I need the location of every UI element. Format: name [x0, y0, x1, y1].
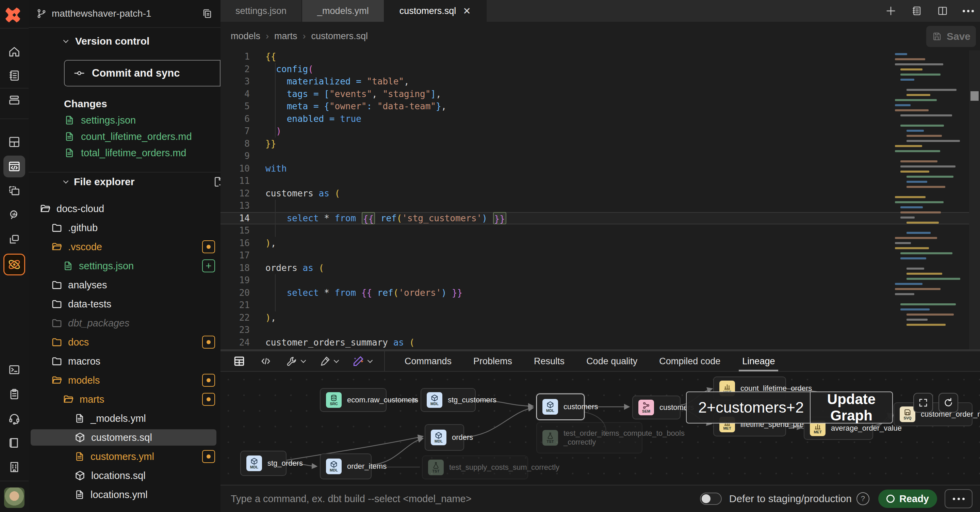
- lineage-node-orders-model[interactable]: MDLorders: [425, 424, 464, 451]
- scrollbar-thumb[interactable]: [970, 91, 978, 101]
- panel-tab-commands[interactable]: Commands: [394, 351, 463, 372]
- commit-and-sync-button[interactable]: Commit and sync: [64, 60, 243, 86]
- tree-item-customers.yml[interactable]: customers.yml: [29, 447, 221, 466]
- modified-badge[interactable]: [202, 336, 215, 349]
- lineage-node-ecom-raw-customers[interactable]: SRCecom.raw_customers: [320, 388, 387, 412]
- panel-tab-lineage[interactable]: Lineage: [731, 351, 786, 372]
- update-graph-button[interactable]: Update Graph: [811, 391, 892, 424]
- help-icon[interactable]: ?: [856, 492, 869, 505]
- code-line-12[interactable]: 12customers as (: [221, 187, 980, 200]
- save-button[interactable]: Save: [926, 26, 976, 47]
- ai-copilot-control[interactable]: [352, 355, 372, 368]
- lineage-node-customers-semantic[interactable]: SEMcustomers: [632, 396, 681, 419]
- changelog-icon[interactable]: [911, 5, 923, 17]
- panel-tab-problems[interactable]: Problems: [463, 351, 523, 372]
- notebook-icon[interactable]: [3, 65, 25, 86]
- terminal-icon[interactable]: [3, 359, 25, 381]
- tree-item-settings.json[interactable]: settings.json+: [29, 256, 221, 275]
- canvas-icon[interactable]: [3, 180, 25, 202]
- tree-item-data-tests[interactable]: data-tests: [29, 295, 221, 314]
- clipboard-icon[interactable]: [3, 383, 25, 405]
- tab-customers-sql[interactable]: customers.sql✕: [385, 0, 487, 22]
- code-line-2[interactable]: 2 config(: [221, 63, 980, 76]
- tree-item-.github[interactable]: .github: [29, 218, 221, 237]
- code-line-6[interactable]: 6 enabled = true: [221, 113, 980, 125]
- archive-icon[interactable]: [3, 89, 25, 111]
- tab-settings-json[interactable]: settings.json: [221, 0, 302, 22]
- panel-tab-results[interactable]: Results: [523, 351, 576, 372]
- modified-badge[interactable]: [202, 450, 215, 463]
- tree-item-_models.yml[interactable]: _models.yml: [29, 409, 221, 428]
- query-explorer-icon[interactable]: [3, 204, 25, 226]
- new-tab-icon[interactable]: [885, 5, 897, 17]
- tab-models-yml[interactable]: _models.yml: [302, 0, 385, 22]
- code-line-4[interactable]: 4 tags = ["events", "staging"],: [221, 88, 980, 100]
- modified-badge[interactable]: [202, 393, 215, 406]
- code-line-11[interactable]: 11: [221, 175, 980, 187]
- code-line-18[interactable]: 18orders as (: [221, 262, 980, 274]
- code-line-10[interactable]: 10with: [221, 163, 980, 175]
- compare-icon[interactable]: [3, 228, 25, 250]
- code-line-1[interactable]: 1{{: [221, 50, 980, 63]
- catalyst-atom-icon[interactable]: [3, 254, 25, 275]
- modified-badge[interactable]: [202, 240, 215, 253]
- dashboard-icon[interactable]: [3, 131, 25, 153]
- code-line-15[interactable]: 15: [221, 224, 980, 237]
- editor-scrollbar[interactable]: [969, 50, 980, 349]
- code-line-19[interactable]: 19: [221, 274, 980, 287]
- tree-item-dbt_packages[interactable]: dbt_packages: [29, 314, 221, 333]
- command-input[interactable]: Type a command, ex. dbt build --select <…: [231, 493, 700, 504]
- code-line-22[interactable]: 22),: [221, 311, 980, 324]
- code-line-3[interactable]: 3 materialized = "table",: [221, 75, 980, 88]
- tree-item-models[interactable]: models: [29, 371, 221, 390]
- home-icon[interactable]: [3, 41, 25, 63]
- build-tools-control[interactable]: [286, 355, 305, 367]
- tree-item-analyses[interactable]: analyses: [29, 275, 221, 295]
- fullscreen-button[interactable]: [913, 393, 933, 413]
- minimap[interactable]: [893, 53, 965, 346]
- lineage-node-customer-order-metrics[interactable]: SVQcustomer_order_metrics: [894, 402, 972, 426]
- code-line-7[interactable]: 7 ): [221, 125, 980, 137]
- tree-item-customers.sql[interactable]: customers.sql: [29, 428, 221, 447]
- compile-code-icon[interactable]: [259, 355, 272, 368]
- change-item-total_lifetime_orders.md[interactable]: total_lifetime_orders.md+: [64, 145, 243, 161]
- tree-item-marts[interactable]: marts: [29, 390, 221, 409]
- code-line-8[interactable]: 8}}: [221, 137, 980, 150]
- refresh-button[interactable]: [939, 393, 958, 413]
- modified-badge[interactable]: [202, 374, 215, 387]
- close-icon[interactable]: ✕: [463, 5, 471, 17]
- file-explorer-header[interactable]: File explorer: [64, 174, 243, 189]
- lineage-node-stg-orders[interactable]: MDLstg_orders: [240, 451, 286, 476]
- headset-icon[interactable]: [3, 407, 25, 429]
- code-line-16[interactable]: 16),: [221, 237, 980, 250]
- preview-table-icon[interactable]: [233, 355, 246, 368]
- change-item-count_lifetime_orders.md[interactable]: count_lifetime_orders.md+: [64, 129, 243, 144]
- panel-tab-compiled-code[interactable]: Compiled code: [648, 351, 731, 372]
- code-line-14[interactable]: 14 select * from {{ ref('stg_customers')…: [221, 212, 980, 225]
- code-line-24[interactable]: 24customer_orders_summary as (: [221, 337, 980, 349]
- lineage-node-order-items[interactable]: MDLorder_items: [320, 453, 372, 479]
- docs-book-icon[interactable]: [3, 432, 25, 454]
- lineage-node-stg-customers[interactable]: MDLstg_customers: [421, 388, 476, 412]
- tree-item-locations.yml[interactable]: locations.yml: [29, 485, 221, 504]
- version-control-header[interactable]: Version control: [64, 35, 150, 47]
- stage-file-button[interactable]: +: [202, 259, 215, 272]
- code-line-21[interactable]: 21: [221, 299, 980, 311]
- more-options-icon[interactable]: [963, 10, 974, 12]
- change-item-settings.json[interactable]: settings.json+: [64, 112, 243, 128]
- lineage-node-customers-model[interactable]: MDLcustomers: [536, 394, 585, 420]
- format-control[interactable]: [319, 355, 338, 367]
- code-line-20[interactable]: 20 select * from {{ ref('orders') }}: [221, 287, 980, 299]
- organization-icon[interactable]: [3, 456, 25, 478]
- copy-icon[interactable]: [202, 8, 213, 19]
- tree-item-.vscode[interactable]: .vscode: [29, 237, 221, 256]
- code-line-13[interactable]: 13: [221, 199, 980, 212]
- user-avatar[interactable]: [4, 488, 24, 508]
- defer-toggle[interactable]: [700, 493, 722, 505]
- lineage-node-test-order-items[interactable]: TSTtest_order_items_compute_to_bools_cor…: [536, 422, 643, 453]
- code-line-17[interactable]: 17: [221, 249, 980, 262]
- tree-item-docs[interactable]: docs: [29, 333, 221, 352]
- branch-selector[interactable]: matthewshaver-patch-1: [29, 0, 221, 28]
- lineage-node-test-supply-costs[interactable]: TSTtest_supply_costs_sum_correctly: [422, 456, 528, 479]
- status-badge[interactable]: Ready: [878, 490, 937, 508]
